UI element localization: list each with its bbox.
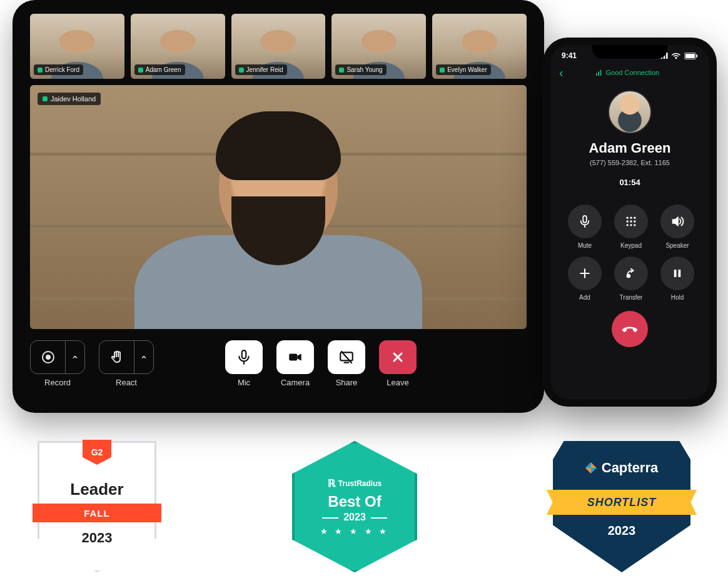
svg-rect-14: [666, 53, 668, 59]
react-label: React: [116, 378, 137, 387]
participant-tile[interactable]: Jennifer Reid: [231, 14, 326, 79]
chevron-up-icon[interactable]: [134, 341, 153, 373]
svg-rect-17: [696, 54, 697, 57]
trustradius-logo: ℝ TrustRadius: [328, 477, 382, 489]
phone-notch: [592, 45, 667, 59]
transfer-label: Transfer: [620, 294, 643, 301]
participant-tile[interactable]: Evelyn Walker: [432, 14, 527, 79]
share-button[interactable]: [328, 340, 365, 374]
g2-year: 2023: [38, 530, 156, 546]
participant-name-tag: Derrick Ford: [34, 64, 83, 75]
leave-label: Leave: [387, 378, 408, 387]
phone-hangup-icon: [621, 320, 639, 338]
svg-point-24: [630, 217, 632, 219]
svg-point-29: [627, 224, 629, 226]
battery-icon: [684, 53, 698, 59]
add-label: Add: [579, 294, 590, 301]
camera-icon: [287, 349, 303, 365]
capterra-title: SHORTLIST: [547, 490, 697, 515]
mic-active-icon: [339, 68, 344, 73]
add-call-button[interactable]: [568, 256, 602, 290]
participant-thumbnails: Derrick Ford Adam Green Jennifer Reid: [30, 14, 527, 79]
camera-button[interactable]: [276, 340, 314, 374]
svg-point-31: [634, 224, 635, 226]
keypad-button[interactable]: [614, 205, 648, 238]
participant-tile[interactable]: Derrick Ford: [30, 14, 124, 79]
close-icon: [390, 350, 405, 365]
back-button[interactable]: ‹: [559, 66, 564, 79]
svg-rect-35: [674, 270, 677, 277]
transfer-button[interactable]: [614, 256, 648, 290]
keypad-icon: [625, 215, 637, 228]
transfer-icon: [624, 266, 638, 280]
hold-button[interactable]: [660, 256, 694, 290]
active-speaker-name-tag: Jaidev Holland: [38, 93, 101, 105]
svg-point-1: [46, 355, 50, 359]
connection-label: Good Connection: [606, 69, 660, 76]
phone-nav-row: ‹ Good Connection: [550, 60, 709, 79]
phone-device: 9:41 ‹ Good Connection Adam Green (577) …: [543, 38, 717, 407]
participant-name-tag: Jennifer Reid: [235, 64, 287, 75]
status-time: 9:41: [562, 51, 577, 60]
share-label: Share: [336, 378, 358, 387]
mic-active-icon: [38, 68, 43, 73]
chevron-up-icon[interactable]: [66, 341, 84, 373]
share-screen-off-icon: [338, 349, 355, 365]
mute-button[interactable]: [568, 205, 602, 238]
svg-rect-19: [598, 71, 599, 76]
participant-name-tag: Sarah Young: [335, 64, 386, 75]
participant-name: Sarah Young: [346, 66, 382, 73]
pause-icon: [672, 268, 683, 279]
trustradius-badge: ℝ TrustRadius Best Of 2023 ★ ★ ★ ★ ★: [292, 441, 417, 572]
participant-name: Jennifer Reid: [246, 66, 283, 73]
react-button[interactable]: [99, 340, 154, 374]
g2-badge: G2 Leader FALL 2023: [38, 441, 156, 572]
active-speaker-name: Jaidev Holland: [51, 95, 96, 103]
svg-rect-20: [600, 70, 601, 76]
mic-active-icon: [239, 68, 244, 73]
svg-rect-36: [679, 270, 681, 277]
mic-label: Mic: [238, 378, 250, 387]
caller-name: Adam Green: [550, 140, 709, 156]
mic-button[interactable]: [225, 340, 263, 374]
stars-icon: ★ ★ ★ ★ ★: [320, 527, 389, 536]
meeting-controls: Record React Mic Camera: [30, 340, 527, 398]
capterra-year: 2023: [553, 524, 690, 538]
raise-hand-icon: [99, 341, 134, 373]
leave-button[interactable]: [379, 340, 417, 374]
trustradius-title: Best Of: [328, 493, 381, 510]
phone-screen: 9:41 ‹ Good Connection Adam Green (577) …: [550, 45, 709, 399]
tablet-device: Derrick Ford Adam Green Jennifer Reid: [13, 0, 544, 413]
keypad-label: Keypad: [620, 242, 642, 249]
plus-icon: [579, 267, 591, 280]
caller-avatar[interactable]: [608, 90, 652, 134]
award-badges-row: G2 Leader FALL 2023 ℝ TrustRadius Best O…: [38, 438, 690, 575]
mute-label: Mute: [578, 242, 592, 249]
camera-label: Camera: [281, 378, 310, 387]
svg-rect-16: [685, 54, 695, 58]
call-duration: 01:54: [550, 178, 709, 187]
svg-point-26: [627, 220, 629, 222]
speaker-button[interactable]: [660, 205, 694, 238]
wifi-icon: [671, 53, 681, 59]
hold-label: Hold: [671, 294, 684, 301]
participant-name-tag: Adam Green: [134, 64, 185, 75]
end-call-button[interactable]: [612, 311, 648, 347]
participant-name-tag: Evelyn Walker: [436, 64, 491, 75]
trustradius-year: 2023: [343, 512, 366, 523]
capterra-badge: Capterra 2023 SHORTLIST: [553, 441, 690, 572]
participant-tile[interactable]: Adam Green: [131, 14, 225, 79]
svg-rect-21: [583, 216, 587, 223]
active-speaker-tile[interactable]: Jaidev Holland: [30, 85, 527, 329]
mic-active-icon: [43, 96, 48, 101]
svg-point-25: [634, 217, 635, 219]
svg-point-30: [630, 224, 632, 226]
mic-icon: [236, 349, 252, 365]
call-controls-grid: Mute Keypad Speaker Add: [550, 187, 709, 306]
speaker-icon: [670, 215, 684, 228]
svg-rect-4: [289, 354, 297, 361]
record-button[interactable]: [30, 340, 85, 374]
speaker-figure: [134, 104, 422, 329]
participant-tile[interactable]: Sarah Young: [331, 14, 426, 79]
connection-status: Good Connection: [596, 69, 660, 76]
